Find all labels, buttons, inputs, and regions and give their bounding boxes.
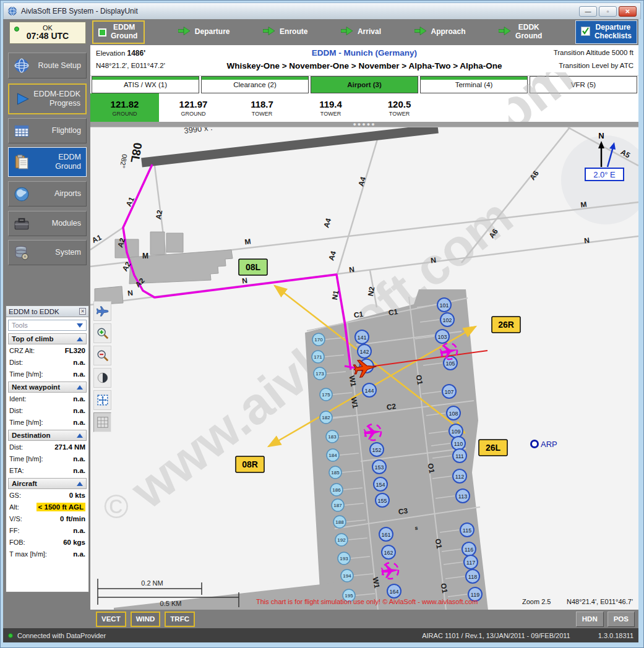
svg-text:112: 112 xyxy=(455,474,464,480)
cursor-position: N48°21.4', E011°46.7' xyxy=(567,598,633,605)
tab-vfr-5-[interactable]: VFR (5) xyxy=(530,76,637,93)
airport-header: Elevation 1486' N48°21.2', E011°47.2' ED… xyxy=(90,45,638,76)
magnetic-variation: 2.0° E xyxy=(593,170,616,179)
row-label: GS: xyxy=(9,492,21,499)
pos-button[interactable]: POS xyxy=(608,612,635,627)
row-label: CRZ Alt: xyxy=(9,347,35,354)
frequency-120.5[interactable]: 120.5TOWER xyxy=(365,93,434,122)
svg-text:170: 170 xyxy=(314,337,323,343)
wind-toggle-button[interactable]: WIND xyxy=(131,612,161,627)
maptool-grid-button[interactable] xyxy=(93,412,111,432)
hdn-button[interactable]: HDN xyxy=(576,612,604,627)
svg-text:116: 116 xyxy=(465,547,473,553)
tab-stripe xyxy=(202,77,308,80)
section-header-destination[interactable]: Destination xyxy=(8,430,87,441)
stand-101: 101 xyxy=(437,298,451,312)
stand-170: 170 xyxy=(312,333,325,346)
taxiway-label-C2: C2 xyxy=(386,402,397,412)
phase-arrow-icon xyxy=(499,27,511,38)
svg-text:108: 108 xyxy=(449,411,458,417)
phase-step-eddk-ground[interactable]: EDDKGround xyxy=(499,23,542,41)
close-button[interactable]: ✕ xyxy=(619,6,637,17)
section-header-aircraft[interactable]: Aircraft xyxy=(8,478,87,489)
splitter-handle[interactable]: ●●●●● xyxy=(90,122,638,127)
sidebar-item-eddm-eddk[interactable]: EDDM-EDDKProgress xyxy=(8,83,87,114)
stand-188: 188 xyxy=(333,516,346,528)
frequency-value: 120.5 xyxy=(388,99,411,109)
svg-text:119: 119 xyxy=(471,592,479,598)
vect-toggle-button[interactable]: VECT xyxy=(96,612,126,627)
svg-text:118: 118 xyxy=(468,574,477,580)
stand-164: 164 xyxy=(387,584,401,598)
map-area[interactable]: ©www.aivlasoft.com3990 x .08L082°1701711… xyxy=(90,127,638,610)
taxiway-label-C3: C3 xyxy=(398,506,408,516)
sidebar-item-label: System xyxy=(30,248,81,257)
phase-step-arrival[interactable]: Arrival xyxy=(341,27,381,38)
frequency-bar: 121.82GROUND121.97GROUND118.7TOWER119.4T… xyxy=(90,93,638,122)
data-row: Time [h/m]:n.a. xyxy=(6,416,88,428)
maptool-day-night-button[interactable] xyxy=(93,368,111,388)
tab-atis-wx-1-[interactable]: ATIS / WX (1) xyxy=(92,76,199,93)
stand-113: 113 xyxy=(456,489,470,503)
sidebar-item-eddm[interactable]: EDDMGround xyxy=(8,147,87,177)
tools-dropdown[interactable]: Tools xyxy=(8,320,87,331)
section-title: Top of climb xyxy=(12,335,54,343)
status-bar: Connected with DataProvider AIRAC 1101 /… xyxy=(3,628,638,642)
app-globe-icon xyxy=(7,6,17,16)
section-title: Next waypoint xyxy=(12,383,60,391)
tab-airport-3-[interactable]: Airport (3) xyxy=(311,76,418,93)
tab-label: Airport (3) xyxy=(347,81,382,88)
frequency-121.97[interactable]: 121.97GROUND xyxy=(159,93,228,122)
svg-text:117: 117 xyxy=(466,560,475,566)
taxiway-label-N: N xyxy=(127,289,133,298)
stand-153: 153 xyxy=(372,460,386,474)
phase-step-eddm-ground[interactable]: EDDMGround xyxy=(92,20,145,44)
sidebar-item-label: Route Setup xyxy=(30,61,81,70)
phase-step-approach[interactable]: Approach xyxy=(414,27,466,38)
frequency-118.7[interactable]: 118.7TOWER xyxy=(228,93,296,122)
phase-step-departure[interactable]: Departure xyxy=(178,27,230,38)
frequency-119.4[interactable]: 119.4TOWER xyxy=(296,93,365,122)
section-title: Destination xyxy=(12,432,51,439)
svg-text:171: 171 xyxy=(314,354,322,360)
row-value: n.a. xyxy=(73,359,85,366)
tab-terminal-4-[interactable]: Terminal (4) xyxy=(420,76,528,93)
trfc-toggle-button[interactable]: TRFC xyxy=(165,612,195,627)
sidebar-item-route-setup[interactable]: Route Setup xyxy=(8,53,87,79)
section-header-next-waypoint[interactable]: Next waypoint xyxy=(8,382,87,393)
stand-154: 154 xyxy=(374,477,387,491)
phase-flow: EDDMGroundDepartureEnrouteArrivalApproac… xyxy=(92,19,638,45)
maptool-zoom-out-button[interactable] xyxy=(93,346,111,365)
runway-badge-08L: 08L xyxy=(239,259,267,275)
taxiway-label-N: N xyxy=(430,256,436,265)
svg-text:155: 155 xyxy=(377,498,387,504)
frequency-121.82[interactable]: 121.82GROUND xyxy=(90,93,159,122)
progress-panel-close-icon[interactable]: ✕ xyxy=(79,308,86,315)
departure-checklists-button[interactable]: DepartureChecklists xyxy=(575,20,637,44)
stand-162: 162 xyxy=(382,545,395,559)
chart-content: Elevation 1486' N48°21.2', E011°47.2' ED… xyxy=(90,45,638,610)
maximize-button[interactable]: ▫ xyxy=(599,6,617,17)
maptool-zoom-in-button[interactable] xyxy=(93,323,111,343)
svg-text:192: 192 xyxy=(337,537,346,543)
phase-step-enroute[interactable]: Enroute xyxy=(263,27,307,38)
row-value: n.a. xyxy=(73,527,85,534)
stand-110: 110 xyxy=(452,437,465,450)
sidebar-item-system[interactable]: System xyxy=(8,240,87,265)
taxiway-label-O1: O1 xyxy=(426,463,437,474)
section-header-top-of-climb[interactable]: Top of climb xyxy=(8,333,87,344)
stand-186: 186 xyxy=(330,484,343,496)
sidebar-item-airports[interactable]: Airports xyxy=(8,181,87,207)
minimize-button[interactable]: — xyxy=(579,6,597,17)
tab-clearance-2-[interactable]: Clearance (2) xyxy=(201,76,309,93)
taxiway-label-N: N xyxy=(348,265,354,275)
frequency-kind: GROUND xyxy=(181,111,206,117)
tab-stripe xyxy=(421,77,527,80)
maptool-fit-button[interactable] xyxy=(93,390,111,410)
maptool-airplane-button[interactable] xyxy=(93,301,111,321)
row-label: Dist: xyxy=(9,359,23,366)
svg-text:109: 109 xyxy=(451,428,460,435)
sidebar-item-modules[interactable]: Modules xyxy=(8,211,87,236)
row-value: n.a. xyxy=(73,455,85,463)
sidebar-item-flightlog[interactable]: Flightlog xyxy=(8,118,87,143)
